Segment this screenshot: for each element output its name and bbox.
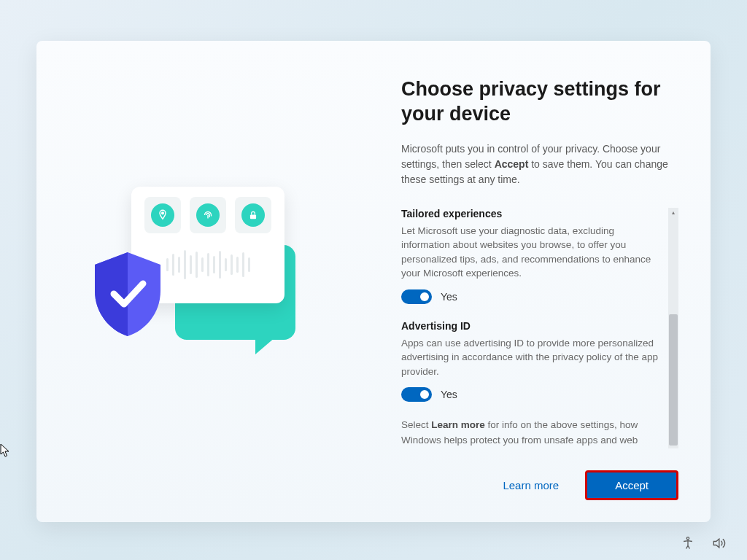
learn-more-button[interactable]: Learn more bbox=[488, 472, 573, 499]
button-row: Learn more Accept bbox=[401, 448, 678, 500]
content-pane: Choose privacy settings for your device … bbox=[372, 41, 711, 522]
toggle-value-label: Yes bbox=[441, 389, 457, 400]
system-tray bbox=[680, 535, 727, 551]
footer-note-bold: Learn more bbox=[431, 419, 485, 430]
lock-icon bbox=[235, 197, 271, 233]
volume-icon[interactable] bbox=[711, 535, 727, 551]
scroll-down-arrow-icon[interactable]: ▾ bbox=[668, 446, 678, 449]
footer-note: Select Learn more for info on the above … bbox=[401, 418, 665, 448]
scroll-up-arrow-icon[interactable]: ▴ bbox=[668, 208, 678, 218]
svg-rect-1 bbox=[250, 214, 256, 219]
setting-description: Apps can use advertising ID to provide m… bbox=[401, 336, 665, 379]
svg-point-2 bbox=[686, 537, 689, 540]
illustration-pane bbox=[36, 41, 372, 522]
toggle-row: Yes bbox=[401, 289, 665, 304]
fingerprint-icon bbox=[190, 197, 226, 233]
toggle-row: Yes bbox=[401, 387, 665, 402]
toggle-value-label: Yes bbox=[441, 291, 457, 303]
settings-scroll-area: Tailored experiences Let Microsoft use y… bbox=[401, 208, 678, 449]
mouse-cursor-icon bbox=[0, 443, 10, 458]
speech-bubble-tail bbox=[255, 332, 281, 354]
footer-note-text: Select bbox=[401, 419, 431, 430]
privacy-illustration bbox=[88, 187, 321, 376]
accept-button[interactable]: Accept bbox=[585, 470, 678, 500]
page-subtitle: Microsoft puts you in control of your pr… bbox=[401, 141, 678, 187]
tailored-experiences-toggle[interactable] bbox=[401, 289, 432, 304]
illustration-icon-row bbox=[142, 197, 274, 233]
location-pin-icon bbox=[144, 197, 181, 233]
page-title: Choose privacy settings for your device bbox=[401, 77, 678, 127]
setting-advertising-id: Advertising ID Apps can use advertising … bbox=[401, 320, 665, 402]
setup-card: Choose privacy settings for your device … bbox=[36, 41, 711, 522]
advertising-id-toggle[interactable] bbox=[401, 387, 432, 402]
setting-tailored-experiences: Tailored experiences Let Microsoft use y… bbox=[401, 208, 665, 304]
subtitle-bold: Accept bbox=[495, 158, 529, 170]
setting-description: Let Microsoft use your diagnostic data, … bbox=[401, 224, 665, 281]
scrollbar-thumb[interactable] bbox=[669, 314, 678, 446]
scrollbar[interactable]: ▴ ▾ bbox=[668, 208, 678, 449]
accessibility-icon[interactable] bbox=[680, 535, 696, 551]
shield-icon bbox=[88, 249, 168, 340]
svg-point-0 bbox=[162, 212, 164, 214]
setting-title: Tailored experiences bbox=[401, 208, 665, 219]
setting-title: Advertising ID bbox=[401, 320, 665, 332]
